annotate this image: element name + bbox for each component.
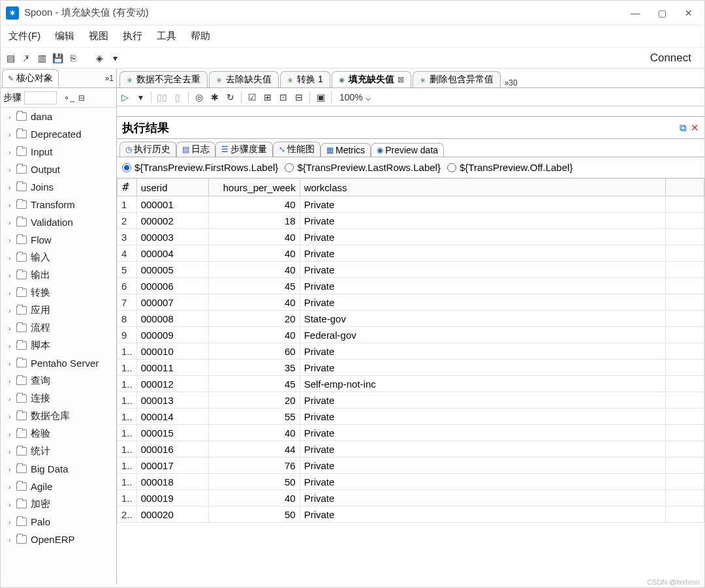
tree-node[interactable]: ›统计 bbox=[1, 442, 116, 460]
tree-node[interactable]: ›应用 bbox=[1, 302, 116, 319]
table-row[interactable]: 1..00001455Private bbox=[118, 409, 704, 425]
open-icon[interactable]: ⭷ bbox=[20, 52, 32, 64]
maximize-icon[interactable]: ▢ bbox=[658, 8, 666, 18]
file-tab[interactable]: ✳数据不完全去重 bbox=[119, 71, 208, 87]
column-header[interactable]: workclass bbox=[300, 179, 665, 196]
pause-icon[interactable]: ▯▯ bbox=[157, 92, 167, 102]
table-row[interactable]: 100000140Private bbox=[118, 196, 704, 213]
dropdown-icon[interactable]: ▾ bbox=[109, 52, 121, 64]
menu-item[interactable]: 执行 bbox=[123, 30, 142, 42]
result-tab[interactable]: ◉Preview data bbox=[371, 143, 444, 157]
table-row[interactable]: 200000218Private bbox=[118, 213, 704, 229]
tabs-overflow[interactable]: »1 bbox=[105, 74, 114, 83]
sql-icon[interactable]: ⊡ bbox=[278, 92, 289, 102]
column-header[interactable]: userid bbox=[136, 179, 208, 196]
tree-node[interactable]: ›Big Data bbox=[1, 460, 116, 478]
result-tab[interactable]: ☰步骤度量 bbox=[215, 142, 273, 157]
tree-node[interactable]: ›Joins bbox=[1, 178, 116, 196]
connect-button[interactable]: Connect bbox=[650, 52, 691, 65]
close-results-icon[interactable]: ✕ bbox=[691, 122, 699, 134]
table-row[interactable]: 800000820State-gov bbox=[118, 311, 704, 327]
tree-node[interactable]: ›Flow bbox=[1, 231, 116, 249]
debug-icon[interactable]: ✱ bbox=[210, 92, 220, 102]
tree-node[interactable]: ›查询 bbox=[1, 372, 116, 390]
tree-node[interactable]: ›Input bbox=[1, 143, 116, 161]
file-tab[interactable]: ✳去除缺失值 bbox=[209, 71, 279, 87]
perspective-icon[interactable]: ◈ bbox=[93, 52, 105, 64]
steps-tree[interactable]: ›dana›Deprecated›Input›Output›Joins›Tran… bbox=[1, 108, 116, 584]
filetabs-overflow[interactable]: »30 bbox=[505, 78, 518, 87]
explore-db-icon[interactable]: ⊟ bbox=[294, 92, 304, 102]
file-tab[interactable]: ✳删除包含异常值 bbox=[413, 71, 501, 87]
preview-icon[interactable]: ◎ bbox=[194, 92, 204, 102]
tree-node[interactable]: ›数据仓库 bbox=[1, 407, 116, 425]
table-row[interactable]: 500000540Private bbox=[118, 262, 704, 278]
show-results-icon[interactable]: ▣ bbox=[315, 92, 326, 102]
table-row[interactable]: 1..00001245Self-emp-not-inc bbox=[118, 376, 704, 392]
result-tab[interactable]: ▤日志 bbox=[176, 142, 215, 157]
menu-item[interactable]: 工具 bbox=[157, 30, 176, 42]
table-row[interactable]: 1..00001850Private bbox=[118, 474, 704, 490]
menu-item[interactable]: 帮助 bbox=[191, 30, 210, 42]
tree-node[interactable]: ›OpenERP bbox=[1, 531, 116, 548]
steps-filter-input[interactable] bbox=[24, 91, 57, 104]
tree-node[interactable]: ›连接 bbox=[1, 390, 116, 407]
tree-node[interactable]: ›dana bbox=[1, 108, 116, 125]
tree-node[interactable]: ›输入 bbox=[1, 249, 116, 266]
tree-node[interactable]: ›Deprecated bbox=[1, 125, 116, 143]
tree-node[interactable]: ›Validation bbox=[1, 213, 116, 231]
column-header[interactable]: hours_per_week bbox=[208, 179, 300, 196]
tree-node[interactable]: ›Pentaho Server bbox=[1, 354, 116, 372]
canvas-area[interactable] bbox=[117, 106, 704, 117]
menu-item[interactable]: 视图 bbox=[89, 30, 108, 42]
tree-node[interactable]: ›转换 bbox=[1, 284, 116, 302]
table-row[interactable]: 1..00001320Private bbox=[118, 392, 704, 409]
table-row[interactable]: 600000645Private bbox=[118, 278, 704, 294]
table-row[interactable]: 700000740Private bbox=[118, 294, 704, 311]
popout-icon[interactable]: ⧉ bbox=[680, 122, 687, 134]
menu-item[interactable]: 文件(F) bbox=[8, 30, 40, 42]
radio-option[interactable]: ${TransPreview.Off.Label} bbox=[447, 162, 572, 173]
result-tab[interactable]: ⤡性能图 bbox=[273, 142, 321, 157]
tree-node[interactable]: ›输出 bbox=[1, 266, 116, 284]
minimize-icon[interactable]: — bbox=[631, 8, 640, 18]
close-icon[interactable]: ✕ bbox=[685, 8, 693, 18]
collapse-icon[interactable]: ⊟ bbox=[78, 93, 85, 102]
menu-item[interactable]: 编辑 bbox=[55, 30, 74, 42]
tree-node[interactable]: ›流程 bbox=[1, 319, 116, 337]
tree-node[interactable]: ›Transform bbox=[1, 196, 116, 213]
data-table-wrap[interactable]: #̂useridhours_per_weekworkclass100000140… bbox=[117, 178, 704, 584]
table-row[interactable]: 1..00001540Private bbox=[118, 425, 704, 441]
result-tab[interactable]: ▦Metrics bbox=[321, 143, 371, 157]
tree-node[interactable]: ›Palo bbox=[1, 513, 116, 531]
table-row[interactable]: 1..00001135Private bbox=[118, 360, 704, 376]
table-row[interactable]: 900000940Federal-gov bbox=[118, 327, 704, 343]
table-row[interactable]: 400000440Private bbox=[118, 245, 704, 262]
file-tab[interactable]: ✳转换 1 bbox=[280, 71, 330, 87]
tree-node[interactable]: ›脚本 bbox=[1, 337, 116, 354]
explore-icon[interactable]: ▥ bbox=[36, 52, 48, 64]
radio-option[interactable]: ${TransPreview.FirstRows.Label} bbox=[122, 162, 278, 173]
expand-icon[interactable]: ⚬⎯ bbox=[63, 93, 74, 102]
replay-icon[interactable]: ↻ bbox=[225, 92, 236, 102]
table-row[interactable]: 1..00001644Private bbox=[118, 441, 704, 457]
saveas-icon[interactable]: ⎘ bbox=[67, 52, 79, 64]
table-row[interactable]: 1..00001776Private bbox=[118, 457, 704, 474]
zoom-select[interactable]: 100% ⌵ bbox=[339, 92, 371, 102]
table-row[interactable]: 2..00002050Private bbox=[118, 506, 704, 523]
stop-icon[interactable]: ▯ bbox=[172, 92, 183, 102]
save-icon[interactable]: 💾 bbox=[52, 52, 63, 64]
table-row[interactable]: 1..00001060Private bbox=[118, 343, 704, 360]
verify-icon[interactable]: ☑ bbox=[247, 92, 257, 102]
tree-node[interactable]: ›Agile bbox=[1, 478, 116, 495]
result-tab[interactable]: ◷执行历史 bbox=[119, 142, 176, 157]
radio-option[interactable]: ${TransPreview.LastRows.Label} bbox=[285, 162, 441, 173]
run-dropdown-icon[interactable]: ▾ bbox=[135, 92, 146, 102]
impact-icon[interactable]: ⊞ bbox=[262, 92, 273, 102]
new-icon[interactable]: ▤ bbox=[5, 52, 16, 64]
column-header[interactable]: #̂ bbox=[118, 179, 137, 196]
tab-core-objects[interactable]: ✎ 核心对象 bbox=[2, 69, 59, 87]
tree-node[interactable]: ›加密 bbox=[1, 495, 116, 513]
run-icon[interactable]: ▷ bbox=[119, 92, 130, 102]
table-row[interactable]: 1..00001940Private bbox=[118, 490, 704, 506]
